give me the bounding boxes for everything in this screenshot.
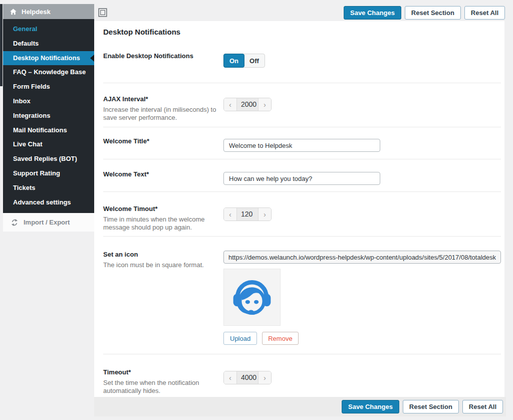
sync-icon [11,219,19,227]
media-buttons: Upload Remove [223,332,501,345]
setting-row-welcome-timeout: Welcome Timout* Time in minutes when the… [103,192,501,237]
timeout-value[interactable]: 4000 [237,371,258,384]
setting-row-welcome-text: Welcome Text* [103,159,501,192]
active-item-arrow-icon [90,55,94,62]
icon-url-input[interactable] [223,251,501,264]
sidebar-item-label: Inbox [13,97,31,105]
sidebar-item-general[interactable]: General [3,22,94,37]
sidebar-item-label: Defaults [13,40,39,47]
sidebar-item-label: Desktop Notifications [13,54,80,62]
ajax-interval-stepper: ‹ 2000 › [223,98,272,111]
welcome-title-input[interactable] [223,139,380,152]
sidebar-item-label: Support Rating [13,169,60,177]
stepper-increment-button[interactable]: › [258,371,271,384]
sidebar-item-import-export[interactable]: Import / Export [3,213,94,232]
timeout-label: Timeout* [103,368,223,376]
timeout-stepper: ‹ 4000 › [223,371,272,384]
chevron-right-icon: › [264,371,266,384]
sidebar-item-faq-knowledge-base[interactable]: FAQ – Knowledge Base [3,65,94,80]
sidebar-menu: General Defaults Desktop Notifications F… [3,19,94,213]
sidebar-item-support-rating[interactable]: Support Rating [3,166,94,181]
import-export-label: Import / Export [24,219,70,226]
sidebar-item-desktop-notifications[interactable]: Desktop Notifications [3,51,94,66]
reset-all-button[interactable]: Reset All [464,6,505,20]
stepper-decrement-button[interactable]: ‹ [224,371,237,384]
page-title: Desktop Notifications [94,21,504,36]
stepper-decrement-button[interactable]: ‹ [224,98,237,111]
icon-description: The icon must be in square format. [103,261,223,269]
sidebar-item-defaults[interactable]: Defaults [3,37,94,51]
toolbar-buttons: Save Changes Reset Section Reset All [344,6,505,20]
settings-panel: Desktop Notifications Enable Desktop Not… [94,21,504,397]
setting-row-welcome-title: Welcome Title* [103,127,501,159]
sidebar: Helpdesk General Defaults Desktop Notifi… [3,4,94,232]
welcome-title-label: Welcome Title* [103,137,223,145]
sidebar-item-label: Form Fields [13,83,50,90]
sidebar-item-label: Tickets [13,184,36,191]
sidebar-title: Helpdesk [22,8,51,16]
chevron-right-icon: › [264,208,266,221]
save-changes-button[interactable]: Save Changes [344,6,401,20]
sidebar-item-label: Mail Notifications [13,126,67,134]
sidebar-item-form-fields[interactable]: Form Fields [3,80,94,94]
sidebar-item-label: Live Chat [13,140,43,148]
stepper-decrement-button[interactable]: ‹ [224,208,237,221]
sidebar-header[interactable]: Helpdesk [3,4,94,19]
timeout-description: Set the time when the notification autom… [103,379,223,395]
top-toolbar: Save Changes Reset Section Reset All [94,4,513,21]
setting-row-enable: Enable Desktop Notifications On Off [103,36,501,83]
enable-label: Enable Desktop Notifications [103,52,223,60]
toggle-off-button[interactable]: Off [244,54,265,67]
welcome-timeout-description: Time in minutes when the welcome message… [103,216,223,232]
welcome-timeout-label: Welcome Timout* [103,205,223,213]
reset-section-button[interactable]: Reset Section [405,6,461,20]
sidebar-item-inbox[interactable]: Inbox [3,94,94,109]
ajax-interval-label: AJAX Interval* [103,95,223,103]
sidebar-item-label: FAQ – Knowledge Base [13,68,86,76]
sidebar-item-label: Saved Replies (BOT) [13,155,77,162]
sidebar-item-live-chat[interactable]: Live Chat [3,137,94,152]
setting-row-timeout: Timeout* Set the time when the notificat… [103,354,501,397]
chevron-right-icon: › [264,98,266,111]
panel-toggle-button[interactable] [98,8,107,17]
icon-preview [223,269,281,326]
reset-section-button-bottom[interactable]: Reset Section [403,400,459,413]
ajax-interval-value[interactable]: 2000 [237,98,258,111]
sidebar-item-tickets[interactable]: Tickets [3,181,94,195]
upload-button[interactable]: Upload [223,332,257,345]
sidebar-item-integrations[interactable]: Integrations [3,109,94,123]
sidebar-item-mail-notifications[interactable]: Mail Notifications [3,123,94,138]
sidebar-item-saved-replies[interactable]: Saved Replies (BOT) [3,152,94,166]
chevron-left-icon: ‹ [229,371,231,384]
chevron-left-icon: ‹ [229,208,231,221]
welcome-timeout-value[interactable]: 120 [237,208,258,221]
home-icon [10,8,17,16]
welcome-text-label: Welcome Text* [103,170,223,178]
setting-row-ajax-interval: AJAX Interval* Increase the interval (in… [103,83,501,127]
sidebar-item-label: Advanced settings [13,198,71,206]
ajax-interval-description: Increase the interval (in miliseconds) t… [103,106,223,122]
sidebar-item-label: General [13,25,37,33]
setting-row-icon: Set an icon The icon must be in square f… [103,237,501,354]
window-edge [0,4,3,86]
stepper-increment-button[interactable]: › [258,208,271,221]
remove-button[interactable]: Remove [262,332,298,345]
panel-layout-icon [98,8,107,17]
sidebar-item-advanced-settings[interactable]: Advanced settings [3,195,94,210]
sidebar-item-label: Integrations [13,112,50,119]
welcome-timeout-stepper: ‹ 120 › [223,207,272,221]
chevron-left-icon: ‹ [229,98,231,111]
enable-toggle: On Off [223,54,265,68]
icon-label: Set an icon [103,251,223,258]
reset-all-button-bottom[interactable]: Reset All [462,400,503,413]
stepper-increment-button[interactable]: › [258,98,271,111]
save-changes-button-bottom[interactable]: Save Changes [342,400,399,413]
toggle-on-button[interactable]: On [223,54,244,68]
welcome-text-input[interactable] [223,172,380,185]
helpdesk-agent-icon [229,274,275,320]
bottom-toolbar: Save Changes Reset Section Reset All [94,397,506,416]
